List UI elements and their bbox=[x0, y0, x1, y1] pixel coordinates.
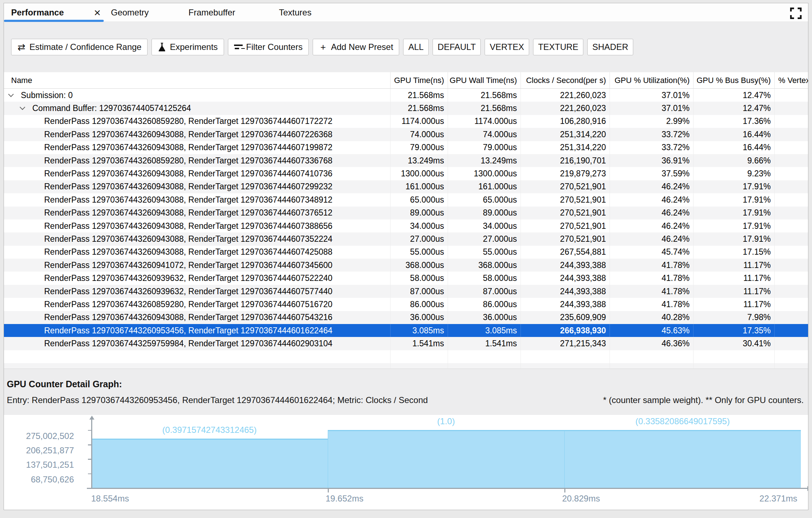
swap-arrows-icon: ⇄ bbox=[17, 42, 26, 52]
row-name: RenderPass 12970367443260943088, RenderT… bbox=[4, 246, 391, 259]
row-name: RenderPass 12970367443260939632, RenderT… bbox=[4, 272, 391, 285]
row-name: RenderPass 12970367443260859280, RenderT… bbox=[4, 298, 391, 311]
detail-footnote: * (counter sample weight). ** Only for G… bbox=[603, 395, 804, 405]
column-header-gpu-%-bus-busy-%-[interactable]: GPU % Bus Busy(%) bbox=[694, 72, 775, 88]
table-row[interactable]: RenderPass 12970367443260939632, RenderT… bbox=[4, 285, 808, 298]
table-row[interactable]: RenderPass 12970367443260943088, RenderT… bbox=[4, 246, 808, 259]
row-value: 58.000us bbox=[448, 272, 521, 285]
table-row[interactable]: RenderPass 12970367443260943088, RenderT… bbox=[4, 311, 808, 324]
table-row[interactable]: RenderPass 12970367443260859280, RenderT… bbox=[4, 115, 808, 128]
x-axis-tick bbox=[328, 489, 329, 492]
row-value bbox=[775, 337, 808, 350]
chevron-down-icon[interactable] bbox=[8, 91, 14, 97]
y-axis-arrow bbox=[89, 416, 94, 420]
x-axis-tick bbox=[564, 489, 565, 492]
row-value: 65.000us bbox=[448, 193, 521, 206]
row-value: 45.74% bbox=[610, 246, 694, 259]
table-row[interactable]: RenderPass 12970367443260943088, RenderT… bbox=[4, 167, 808, 180]
toolbar: ⇄Estimate / Confidence RangeExperimentsF… bbox=[4, 22, 808, 72]
row-name: RenderPass 12970367443260859280, RenderT… bbox=[4, 115, 391, 128]
column-header-name[interactable]: Name bbox=[4, 72, 391, 88]
table-row[interactable]: RenderPass 12970367443259759984, RenderT… bbox=[4, 337, 808, 350]
preset-texture-button[interactable]: TEXTURE bbox=[533, 39, 583, 55]
column-header-clocks-second-per-s-[interactable]: Clocks / Second(per s) bbox=[521, 72, 610, 88]
column-header-gpu-%-utilization-%-[interactable]: GPU % Utilization(%) bbox=[610, 72, 694, 88]
x-axis-label: 19.652ms bbox=[326, 494, 363, 504]
row-value: 1300.000us bbox=[448, 167, 521, 180]
row-value: 9.23% bbox=[694, 167, 775, 180]
table-row[interactable]: RenderPass 12970367443260943088, RenderT… bbox=[4, 219, 808, 232]
row-value: 3.085ms bbox=[391, 324, 448, 337]
tab-framebuffer[interactable]: Framebuffer bbox=[188, 3, 235, 22]
row-name: RenderPass 12970367443260943088, RenderT… bbox=[4, 167, 391, 180]
preset-all-button[interactable]: ALL bbox=[403, 39, 429, 55]
row-value: 368.000us bbox=[448, 259, 521, 272]
table-row[interactable]: RenderPass 12970367443260943088, RenderT… bbox=[4, 207, 808, 219]
row-value: 9.66% bbox=[694, 154, 775, 167]
row-value: 46.36% bbox=[610, 337, 694, 350]
tab-textures[interactable]: Textures bbox=[279, 3, 312, 22]
row-value: 79.000us bbox=[448, 141, 521, 154]
y-axis-line bbox=[91, 419, 92, 488]
row-name: RenderPass 12970367443260939632, RenderT… bbox=[4, 285, 391, 298]
add-new-preset-button[interactable]: +Add New Preset bbox=[313, 39, 399, 55]
table-row[interactable]: RenderPass 12970367443260943088, RenderT… bbox=[4, 128, 808, 141]
table-row[interactable]: RenderPass 12970367443260943088, RenderT… bbox=[4, 232, 808, 245]
table-row[interactable]: Command Buffer: 1297036744057412526421.5… bbox=[4, 102, 808, 115]
row-value: 270,521,901 bbox=[521, 180, 610, 193]
tab-performance[interactable]: Performance bbox=[11, 3, 64, 22]
row-value: 79.000us bbox=[391, 141, 448, 154]
preset-shader-button[interactable]: SHADER bbox=[587, 39, 633, 55]
row-value: 216,190,701 bbox=[521, 154, 610, 167]
row-value: 21.568ms bbox=[391, 102, 448, 115]
estimate-confidence-range-button[interactable]: ⇄Estimate / Confidence Range bbox=[11, 39, 148, 55]
close-tab-icon[interactable]: × bbox=[90, 3, 104, 22]
experiments-button[interactable]: Experiments bbox=[151, 39, 224, 55]
row-value: 17.36% bbox=[694, 115, 775, 128]
table-row[interactable]: RenderPass 12970367443260859280, RenderT… bbox=[4, 298, 808, 311]
row-value: 0 bbox=[775, 180, 808, 193]
column-header-%-vertex[interactable]: % Vertex bbox=[775, 72, 808, 88]
table-row[interactable]: Submission: 021.568ms21.568ms221,260,023… bbox=[4, 89, 808, 102]
row-value: 27.000us bbox=[448, 232, 521, 245]
row-value: 270,521,901 bbox=[521, 232, 610, 245]
row-value: 86.000us bbox=[391, 298, 448, 311]
segment-weight-annotation: (1.0) bbox=[437, 416, 455, 426]
row-value: 1174.000us bbox=[391, 115, 448, 128]
row-value: 161.000us bbox=[391, 180, 448, 193]
row-value: 17.91% bbox=[694, 207, 775, 219]
preset-default-button[interactable]: DEFAULT bbox=[433, 39, 481, 55]
table-row[interactable]: RenderPass 12970367443260943088, RenderT… bbox=[4, 180, 808, 193]
row-value: 244,393,388 bbox=[521, 285, 610, 298]
table-row-empty bbox=[4, 350, 808, 363]
row-value: 46.24% bbox=[610, 232, 694, 245]
table-row[interactable]: RenderPass 12970367443260943088, RenderT… bbox=[4, 193, 808, 206]
chevron-down-icon[interactable] bbox=[20, 105, 25, 110]
row-value: 87.000us bbox=[448, 285, 521, 298]
preset-vertex-button[interactable]: VERTEX bbox=[485, 39, 529, 55]
row-value: 46.24% bbox=[610, 219, 694, 232]
row-value: 251,314,220 bbox=[521, 141, 610, 154]
table-row[interactable]: RenderPass 12970367443260859280, RenderT… bbox=[4, 154, 808, 167]
table-row-selected[interactable]: RenderPass 12970367443260953456, RenderT… bbox=[4, 324, 808, 337]
fullscreen-icon[interactable] bbox=[790, 8, 802, 19]
row-name: RenderPass 12970367443260943088, RenderT… bbox=[4, 219, 391, 232]
table-row[interactable]: RenderPass 12970367443260943088, RenderT… bbox=[4, 141, 808, 154]
button-label: Experiments bbox=[170, 42, 218, 52]
row-value: 21.568ms bbox=[448, 89, 521, 102]
table-row[interactable]: RenderPass 12970367443260941072, RenderT… bbox=[4, 259, 808, 272]
column-header-gpu-time-ns-[interactable]: GPU Time(ns) bbox=[391, 72, 448, 88]
row-value: 30.41% bbox=[694, 337, 775, 350]
row-value bbox=[775, 128, 808, 141]
tab-geometry[interactable]: Geometry bbox=[111, 3, 149, 22]
table-row[interactable]: RenderPass 12970367443260939632, RenderT… bbox=[4, 272, 808, 285]
row-value: 12.47% bbox=[694, 102, 775, 115]
row-value: 266,938,930 bbox=[521, 324, 610, 337]
row-name: Command Buffer: 12970367440574125264 bbox=[4, 102, 391, 115]
y-axis-tick bbox=[88, 444, 92, 445]
counter-detail-chart: (0.39715742743312465)(1.0)(0.33582086649… bbox=[4, 415, 808, 510]
filter-counters-button[interactable]: Filter Counters bbox=[228, 39, 309, 55]
row-value: 2.99% bbox=[610, 115, 694, 128]
y-axis-label: 68,750,626 bbox=[13, 475, 74, 485]
column-header-gpu-wall-time-ns-[interactable]: GPU Wall Time(ns) bbox=[448, 72, 521, 88]
